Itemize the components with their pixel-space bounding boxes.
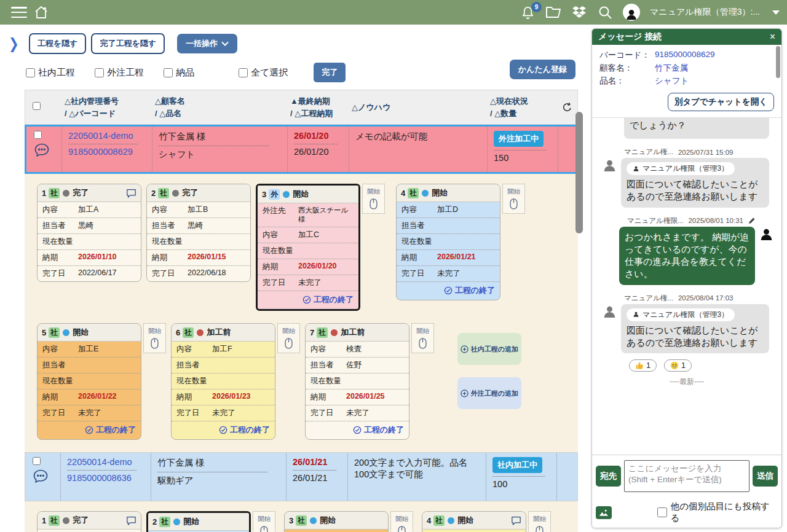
process-card-2[interactable]: 2社完了 内容加工B 担当者黒崎 現在数量 納期2026/01/15 完了日20… — [146, 184, 251, 282]
process-card-2-active[interactable]: 2社開始 内容加工E 担当者黒崎 — [146, 511, 251, 532]
mouse-icon — [151, 338, 159, 349]
end-process-link[interactable]: 工程の終了 — [397, 282, 500, 300]
scrollbar-thumb[interactable] — [575, 112, 583, 233]
recipient-button[interactable]: 宛先 — [596, 466, 621, 487]
card-chat-icon[interactable] — [511, 516, 521, 525]
collapse-panel-chevron-icon[interactable]: ❯ — [9, 35, 19, 53]
barcode-link[interactable]: 9185000008636 — [67, 473, 144, 483]
reaction-thumbs-up[interactable]: 1 — [629, 359, 657, 372]
start-drag-box[interactable]: 開始 — [528, 511, 551, 532]
product-row-shaft[interactable]: 22050014-demo9185000008629 竹下金属 様シャフト 26… — [25, 125, 578, 174]
chevron-down-icon — [221, 41, 229, 46]
select-all-checkbox[interactable] — [239, 68, 248, 77]
process-card-3[interactable]: 3社開始 内容加工F 担当者 — [284, 511, 389, 532]
header-select-checkbox[interactable] — [33, 102, 41, 110]
end-process-link[interactable]: 工程の終了 — [258, 291, 358, 309]
account-caret-down-icon[interactable] — [772, 10, 780, 15]
post-to-other-items-option[interactable]: 他の個別品目にも投稿する — [657, 501, 778, 524]
row-checkbox[interactable] — [33, 457, 41, 465]
end-process-link[interactable]: 工程の終了 — [38, 421, 141, 439]
chat-bubble-dots-icon[interactable] — [34, 143, 50, 157]
products-table: △社内管理番号/ △バーコード △顧客名/ △品名 ▲最終納期/ △工程納期 △… — [25, 90, 578, 532]
filter-select-all[interactable]: 全て選択 — [239, 67, 288, 79]
menu-icon[interactable] — [11, 7, 27, 18]
quantity: 150 — [494, 153, 552, 163]
chat-bubble-dots-icon[interactable] — [33, 469, 49, 483]
notifications-bell-icon[interactable]: 9 — [520, 4, 536, 20]
user-avatar[interactable] — [623, 4, 640, 21]
management-number-link[interactable]: 22050014-demo — [67, 457, 144, 467]
column-header-status[interactable]: △現在状況/ △数量 — [486, 93, 557, 122]
internal-process-checkbox[interactable] — [26, 68, 35, 77]
row-checkbox[interactable] — [34, 131, 42, 139]
sender-name: マニュアル権... — [624, 147, 673, 157]
search-icon[interactable] — [597, 4, 613, 20]
check-circle-icon — [219, 426, 227, 434]
filter-delivery[interactable]: 納品 — [164, 67, 194, 79]
process-card-5[interactable]: 5社開始 内容加工E 担当者 現在数量 納期2026/01/22 完了日未完了 … — [37, 323, 141, 440]
message-incoming: マニュアル権...2025/07/31 15:09 マニュアル権限（管理3） 図… — [597, 147, 777, 208]
process-card-6[interactable]: 6社加工前 内容加工F 担当者 現在数量 納期2026/01/23 完了日未完了… — [171, 323, 275, 440]
start-drag-box[interactable]: 開始 — [502, 184, 525, 214]
process-card-1[interactable]: 1社完了 内容加工A 担当者黒崎 現在数量 納期2026/01/10 完了日20… — [37, 184, 141, 282]
mouse-icon — [419, 338, 427, 349]
outsourced-process-checkbox[interactable] — [95, 68, 104, 77]
process-card-3-active[interactable]: 3外開始 外注先西大阪スチール様 内容加工C 現在数量 納期2026/01/20… — [256, 184, 360, 311]
column-header-id[interactable]: △社内管理番号/ △バーコード — [61, 93, 151, 122]
send-button[interactable]: 送信 — [753, 466, 778, 487]
end-process-link[interactable]: 工程の終了 — [172, 421, 275, 439]
status-dot-started — [173, 518, 180, 525]
post-to-other-items-checkbox[interactable] — [657, 507, 667, 517]
card-chat-icon[interactable] — [126, 189, 136, 198]
add-outsource-process-button[interactable]: 外注工程の追加 — [457, 377, 521, 409]
toolbar: ❯ 工程を隠す 完了工程を隠す 一括操作 — [9, 33, 589, 54]
process-card-7[interactable]: 7社加工前 内容検査 担当者佐野 現在数量 納期2026/01/25 完了日未完… — [305, 323, 409, 440]
folder-icon[interactable] — [545, 4, 561, 20]
product-row-drive-gear[interactable]: 22050014-demo9185000008636 竹下金属 様駆動ギア 26… — [25, 452, 578, 501]
filter-outsourced-process[interactable]: 外注工程 — [95, 67, 144, 79]
open-chat-new-tab-button[interactable]: 別タブでチャットを開く — [668, 93, 774, 111]
start-drag-box[interactable]: 開始 — [253, 511, 275, 532]
attach-image-button[interactable] — [596, 506, 612, 519]
chat-scrollbar-thumb[interactable] — [776, 46, 780, 78]
partial-message-bubble: でしょうか？ — [624, 118, 769, 139]
home-icon[interactable] — [33, 4, 49, 20]
barcode-link[interactable]: 9185000008629 — [68, 147, 146, 157]
plus-circle-icon — [461, 389, 469, 397]
column-header-knowhow[interactable]: △ノウハウ — [348, 99, 486, 116]
close-icon[interactable]: × — [770, 31, 775, 42]
process-card-4[interactable]: 4社開始 内容検査 担当者 — [422, 511, 526, 532]
knowhow-note: メモの記載が可能 — [355, 131, 481, 143]
main-scrollbar[interactable] — [575, 112, 583, 532]
complete-button[interactable]: 完了 — [314, 63, 346, 82]
user-account-label[interactable]: マニュアル権限（管理3）:... — [650, 7, 760, 18]
edit-pencil-icon[interactable] — [748, 217, 756, 224]
smiley-icon — [670, 361, 679, 370]
start-drag-box[interactable]: 開始 — [411, 323, 434, 353]
process-card-4[interactable]: 4社開始 内容加工D 担当者 現在数量 納期2026/01/21 完了日未完了 … — [396, 184, 500, 300]
thumbs-up-icon — [635, 361, 644, 370]
end-process-link[interactable]: 工程の終了 — [306, 421, 409, 439]
reaction-smiley[interactable]: 1 — [664, 359, 692, 372]
card-chat-icon[interactable] — [126, 516, 136, 525]
process-card-1[interactable]: 1社完了 内容加工D 担当者半沢 — [37, 511, 141, 532]
management-number-link[interactable]: 22050014-demo — [68, 131, 146, 141]
dropbox-icon[interactable] — [571, 4, 587, 20]
message-input[interactable] — [624, 460, 749, 492]
start-drag-box[interactable]: 開始 — [390, 511, 413, 532]
start-drag-box[interactable]: 開始 — [277, 323, 300, 353]
hide-completed-process-button[interactable]: 完了工程を隠す — [91, 33, 165, 54]
bulk-action-button[interactable]: 一括操作 — [177, 34, 237, 53]
hide-process-button[interactable]: 工程を隠す — [29, 33, 87, 54]
add-internal-process-button[interactable]: 社内工程の追加 — [457, 333, 521, 365]
column-header-due[interactable]: ▲最終納期/ △工程納期 — [287, 93, 348, 122]
delivery-checkbox[interactable] — [164, 68, 173, 77]
column-header-customer[interactable]: △顧客名/ △品名 — [151, 93, 287, 122]
start-drag-box[interactable]: 開始 — [143, 323, 166, 353]
easy-register-button[interactable]: かんたん登録 — [510, 60, 575, 79]
start-drag-box[interactable]: 開始 — [362, 184, 385, 214]
chat-column: メッセージ 接続 × バーコード：9185000008629 顧客名：竹下金属 … — [589, 25, 787, 532]
refresh-icon[interactable] — [557, 100, 577, 115]
filter-internal-process[interactable]: 社内工程 — [26, 67, 75, 79]
notification-count-badge: 9 — [531, 2, 542, 12]
